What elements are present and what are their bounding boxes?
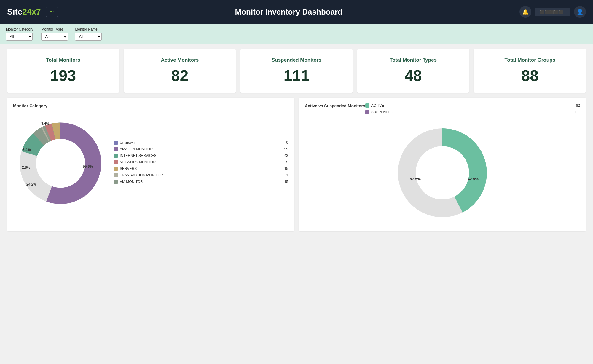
label-active-pct: 42.5% — [468, 177, 479, 181]
legend-value-internet: 43 — [281, 154, 288, 158]
chart-monitor-category: Monitor Category — [7, 98, 294, 231]
legend-value-amazon: 99 — [281, 147, 288, 151]
legend-color-internet — [114, 154, 118, 158]
header-icons: 🔔 ⬛⬛⬛⬛⬛ 👤 — [519, 6, 586, 18]
svg-point-11 — [416, 146, 469, 199]
donut-active-suspended-svg: 42.5% 57.5% — [392, 122, 493, 223]
label-suspended-pct: 57.5% — [410, 177, 421, 181]
legend-value-suspended: 111 — [573, 110, 580, 114]
legend-name-amazon: AMAZON MONITOR — [120, 147, 279, 151]
label-vm: 8.4% — [23, 148, 31, 152]
chart-active-suspended: Active vs Suspended Monitors ACTIVE 82 S… — [299, 98, 586, 231]
legend-color-unknown — [114, 141, 118, 145]
legend-item-servers: SERVERS 15 — [114, 167, 288, 171]
chart-icon: 〜 — [46, 7, 58, 17]
logo: Site24x7 — [7, 7, 41, 17]
label-internet: 24.2% — [26, 182, 36, 186]
chart-category-title: Monitor Category — [13, 103, 288, 108]
legend-item-amazon: AMAZON MONITOR 99 — [114, 147, 288, 151]
stat-total-monitors-title: Total Monitors — [13, 57, 113, 63]
legend-item-transaction: TRANSACTION MONITOR 1 — [114, 173, 288, 177]
types-filter-group: Monitor Types: All — [41, 27, 68, 41]
legend-color-transaction — [114, 173, 118, 177]
donut-category-wrapper: 55.6% 24.2% 8.4% 8.4% 2.8% — [13, 116, 108, 211]
donut-category-container: 55.6% 24.2% 8.4% 8.4% 2.8% Unknown 0 AMA… — [13, 113, 288, 214]
category-filter-group: Monitor Category: All — [6, 27, 34, 41]
name-filter-group: Monitor Name: All — [75, 27, 102, 41]
stat-total-monitor-types: Total Monitor Types 48 — [357, 49, 469, 93]
category-filter-label: Monitor Category: — [6, 27, 34, 31]
stat-active-monitors: Active Monitors 82 — [124, 49, 236, 93]
legend-item-unknown: Unknown 0 — [114, 141, 288, 145]
legend-item-active: ACTIVE 82 — [365, 103, 580, 108]
legend-color-servers — [114, 167, 118, 171]
types-filter-select[interactable]: All — [41, 33, 68, 41]
stats-row: Total Monitors 193 Active Monitors 82 Su… — [0, 44, 593, 98]
legend-item-network: NETWORK MONITOR 5 — [114, 160, 288, 164]
stat-total-monitor-types-value: 48 — [363, 67, 463, 84]
stat-total-monitor-groups: Total Monitor Groups 88 — [474, 49, 586, 93]
label-amazon: 55.6% — [83, 165, 93, 169]
bell-icon[interactable]: 🔔 — [519, 6, 531, 18]
stat-total-monitor-groups-value: 88 — [480, 67, 580, 84]
legend-value-servers: 15 — [281, 167, 288, 171]
charts-row: Monitor Category — [0, 98, 593, 236]
legend-name-internet: INTERNET SERVICES — [120, 154, 279, 158]
legend-value-transaction: 1 — [281, 173, 288, 177]
stat-active-monitors-title: Active Monitors — [130, 57, 230, 63]
category-filter-select[interactable]: All — [6, 33, 33, 41]
types-filter-label: Monitor Types: — [41, 27, 68, 31]
legend-name-active: ACTIVE — [371, 103, 571, 108]
chart-active-suspended-title: Active vs Suspended Monitors — [305, 103, 365, 108]
name-filter-select[interactable]: All — [75, 33, 102, 41]
user-icon[interactable]: 👤 — [574, 6, 586, 18]
label-servers: 8.4% — [41, 122, 50, 126]
stat-suspended-monitors-value: 111 — [246, 67, 347, 84]
active-suspended-legend: ACTIVE 82 SUSPENDED 111 — [365, 103, 580, 116]
legend-name-transaction: TRANSACTION MONITOR — [120, 173, 279, 177]
category-legend: Unknown 0 AMAZON MONITOR 99 INTERNET SER… — [108, 141, 288, 186]
legend-color-network — [114, 160, 118, 164]
stat-active-monitors-value: 82 — [130, 67, 230, 84]
logo-247: 24x7 — [22, 7, 41, 16]
legend-name-unknown: Unknown — [120, 141, 279, 145]
legend-value-unknown: 0 — [281, 141, 288, 145]
legend-name-network: NETWORK MONITOR — [120, 160, 279, 164]
legend-item-suspended: SUSPENDED 111 — [365, 110, 580, 114]
legend-name-vm: VM MONITOR — [120, 180, 279, 184]
donut-category-svg: 55.6% 24.2% 8.4% 8.4% 2.8% — [13, 116, 108, 211]
stat-suspended-monitors-title: Suspended Monitors — [246, 57, 347, 63]
name-filter-label: Monitor Name: — [75, 27, 102, 31]
legend-name-servers: SERVERS — [120, 167, 279, 171]
filter-bar: Monitor Category: All Monitor Types: All… — [0, 24, 593, 44]
stat-total-monitors: Total Monitors 193 — [7, 49, 119, 93]
legend-color-active — [365, 103, 369, 108]
legend-name-suspended: SUSPENDED — [371, 110, 571, 114]
legend-value-network: 5 — [281, 160, 288, 164]
legend-color-suspended — [365, 110, 369, 114]
stat-total-monitors-value: 193 — [13, 67, 113, 84]
label-network: 2.8% — [22, 165, 30, 170]
legend-color-amazon — [114, 147, 118, 151]
legend-value-active: 82 — [573, 103, 580, 108]
header: Site24x7 〜 Monitor Inventory Dashboard 🔔… — [0, 0, 593, 24]
legend-item-vm: VM MONITOR 15 — [114, 180, 288, 184]
svg-point-7 — [36, 139, 85, 188]
legend-item-internet: INTERNET SERVICES 43 — [114, 154, 288, 158]
legend-color-vm — [114, 180, 118, 184]
stat-total-monitor-groups-title: Total Monitor Groups — [480, 57, 580, 63]
logo-site: Site — [7, 7, 22, 16]
stat-suspended-monitors: Suspended Monitors 111 — [240, 49, 353, 93]
page-title: Monitor Inventory Dashboard — [58, 7, 519, 17]
header-search-bar[interactable]: ⬛⬛⬛⬛⬛ — [535, 8, 570, 16]
legend-value-vm: 15 — [281, 180, 288, 184]
stat-total-monitor-types-title: Total Monitor Types — [363, 57, 463, 63]
